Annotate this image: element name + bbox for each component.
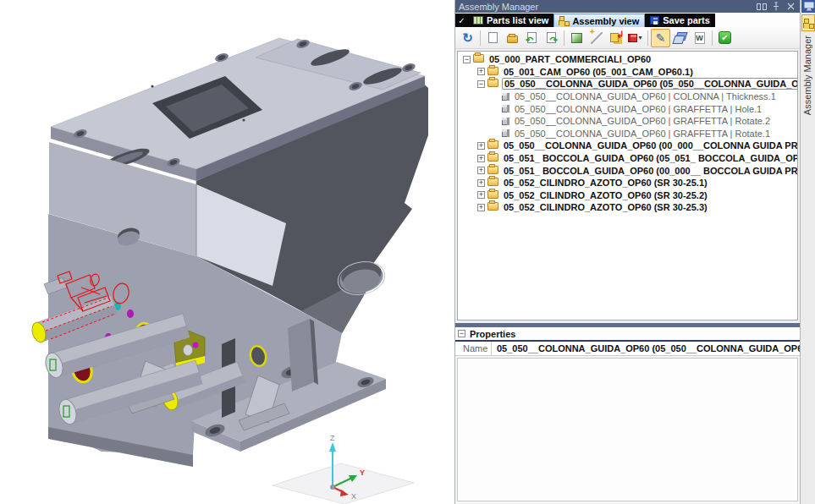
cube-icon [502, 93, 509, 101]
plus-expander-icon[interactable]: + [477, 155, 485, 162]
export-page-button[interactable] [542, 29, 561, 47]
tree-item-label: 05_050__COLONNA_GUIDA_OP60 (05_050__COLO… [502, 78, 798, 90]
edit-pencil-button[interactable] [651, 29, 670, 47]
assembly-manager-panel: Assembly Manager ✓ Parts list viewAssemb… [454, 0, 800, 504]
3d-viewport[interactable]: Z Y X [0, 0, 454, 504]
import-page-button[interactable] [522, 29, 542, 47]
app-icon[interactable] [801, 0, 815, 13]
save-disk-icon [650, 16, 659, 25]
tab-label: Save parts [663, 15, 710, 25]
collapse-minus-icon[interactable] [458, 330, 465, 337]
tree-item[interactable]: 05_050__COLONNA_GUIDA_OP60 | GRAFFETTA |… [460, 128, 797, 140]
hierarchy-transfer-button[interactable] [606, 29, 625, 47]
minus-expander-icon[interactable]: − [477, 80, 485, 88]
refresh-button[interactable] [458, 29, 477, 47]
tab-parts-list-view[interactable]: Parts list view [468, 14, 553, 27]
layers-button[interactable] [670, 29, 690, 47]
tree-item-label: 05_000_PART_COMMERCIALI_OP60 [487, 54, 653, 64]
folder-icon [487, 166, 498, 174]
tree-item[interactable]: +05_052_CILINDRO_AZOTO_OP60 (SR 30-25.2) [460, 189, 797, 202]
properties-empty-area [457, 358, 798, 501]
plus-expander-icon[interactable]: + [477, 167, 485, 174]
check-icon[interactable]: ✓ [455, 14, 468, 27]
ground-plane [273, 463, 414, 504]
plus-expander-icon[interactable]: + [477, 204, 485, 211]
tree-item-label: 05_001_CAM_OP60 (05_001_CAM_OP60.1) [502, 67, 695, 77]
tree-item[interactable]: +05_052_CILINDRO_AZOTO_OP60 (SR 30-25.1) [460, 177, 797, 189]
folder-icon [473, 54, 484, 63]
tree-item[interactable]: −05_050__COLONNA_GUIDA_OP60 (05_050__COL… [460, 78, 797, 90]
plus-expander-icon[interactable]: + [477, 191, 485, 199]
properties-header: Properties [455, 327, 800, 340]
pin-icon[interactable] [770, 2, 782, 12]
folder-icon [487, 79, 498, 87]
tree-item-label: 05_052_CILINDRO_AZOTO_OP60 (SR 30-25.3) [502, 202, 709, 212]
tree-item[interactable]: −05_000_PART_COMMERCIALI_OP60 [460, 53, 797, 66]
assembly-manager-dock-tab[interactable] [801, 14, 815, 31]
folder-icon [487, 153, 498, 162]
tree-item[interactable]: +05_051_ BOCCOLA_GUIDA_OP60 (05_051_ BOC… [460, 152, 797, 165]
dock-tab-label[interactable]: Assembly Manager [802, 36, 812, 115]
new-document-icon [488, 32, 498, 43]
app-window: Z Y X Assembly Manager ✓ Parts list view… [0, 0, 815, 504]
parts-table-icon [473, 16, 483, 25]
plus-expander-icon[interactable]: + [477, 179, 485, 187]
tree-item-label: 05_050__COLONNA_GUIDA_OP60 | GRAFFETTA |… [513, 116, 772, 126]
plus-expander-icon[interactable]: + [477, 142, 485, 150]
model-image-button[interactable] [567, 29, 586, 47]
tab-assembly-view[interactable]: Assembly view [553, 14, 645, 27]
folder-icon [487, 202, 498, 211]
minus-expander-icon[interactable]: − [463, 56, 471, 63]
tree-item[interactable]: +05_001_CAM_OP60 (05_001_CAM_OP60.1) [460, 66, 797, 79]
folder-icon [487, 140, 498, 149]
folder-icon [487, 190, 498, 199]
properties-title: Properties [470, 329, 515, 339]
open-folder-icon [507, 36, 518, 43]
new-document-button[interactable] [483, 29, 503, 47]
edit-pencil-icon [656, 30, 666, 46]
tab-save-parts[interactable]: Save parts [645, 14, 715, 27]
y-axis-label: Y [360, 468, 365, 477]
cube-icon [502, 129, 509, 137]
tree-item[interactable]: +05_052_CILINDRO_AZOTO_OP60 (SR 30-25.3) [460, 201, 797, 214]
tree-item[interactable]: +05_051_ BOCCOLA_GUIDA_OP60 (00_000__ BO… [460, 164, 797, 177]
tree-item-label: 05_050__COLONNA_GUIDA_OP60 | COLONNA | T… [513, 91, 778, 101]
red-cube-icon [628, 34, 637, 42]
word-doc-button[interactable] [690, 29, 709, 47]
model-image-icon [571, 33, 582, 43]
open-folder-button[interactable] [503, 29, 522, 47]
tree-item[interactable]: 05_050__COLONNA_GUIDA_OP60 | GRAFFETTA |… [460, 102, 797, 115]
dropdown-caret-icon[interactable]: ▾ [638, 34, 642, 41]
cad-scene: Z Y X [0, 0, 454, 504]
x-axis-label: X [351, 492, 356, 501]
tree-item[interactable]: 05_050__COLONNA_GUIDA_OP60 | GRAFFETTA |… [460, 115, 797, 128]
red-cube-button[interactable]: ▾ [625, 29, 645, 47]
magic-wand-button[interactable] [586, 29, 606, 47]
tree-item[interactable]: +05_050__COLONNA_GUIDA_OP60 (00_000__COL… [460, 140, 797, 152]
tree-item[interactable]: 05_050__COLONNA_GUIDA_OP60 | COLONNA | T… [460, 90, 797, 103]
layers-icon [674, 32, 686, 43]
import-page-icon [527, 32, 537, 43]
tabs: Parts list viewAssembly viewSave parts [468, 14, 715, 27]
toolbar-separator [564, 30, 564, 46]
toolbar-separator [647, 30, 648, 46]
word-doc-icon [695, 32, 705, 44]
tree-item-label: 05_050__COLONNA_GUIDA_OP60 | GRAFFETTA |… [513, 129, 772, 139]
cube-icon [502, 105, 509, 112]
hierarchy-transfer-icon [610, 32, 622, 44]
property-name-value[interactable]: 05_050__COLONNA_GUIDA_OP60 (05_050__COLO… [497, 343, 815, 353]
dock-icon[interactable] [756, 2, 768, 12]
assembly-tree-icon [559, 16, 569, 25]
panel-toolbar: ▾ [455, 27, 800, 49]
property-name-row: Name 05_050__COLONNA_GUIDA_OP60 (05_050_… [455, 342, 800, 356]
folder-icon [487, 67, 498, 75]
panel-tabstrip: ✓ Parts list viewAssembly viewSave parts [455, 13, 800, 27]
close-icon[interactable] [785, 2, 796, 12]
tree-item-label: 05_052_CILINDRO_AZOTO_OP60 (SR 30-25.1) [502, 178, 709, 188]
plus-expander-icon[interactable]: + [477, 68, 485, 75]
apply-check-button[interactable] [715, 29, 735, 47]
panel-title: Assembly Manager [459, 1, 753, 13]
property-name-label: Name [455, 343, 491, 353]
refresh-icon [462, 32, 473, 44]
panel-titlebar: Assembly Manager [455, 0, 800, 13]
